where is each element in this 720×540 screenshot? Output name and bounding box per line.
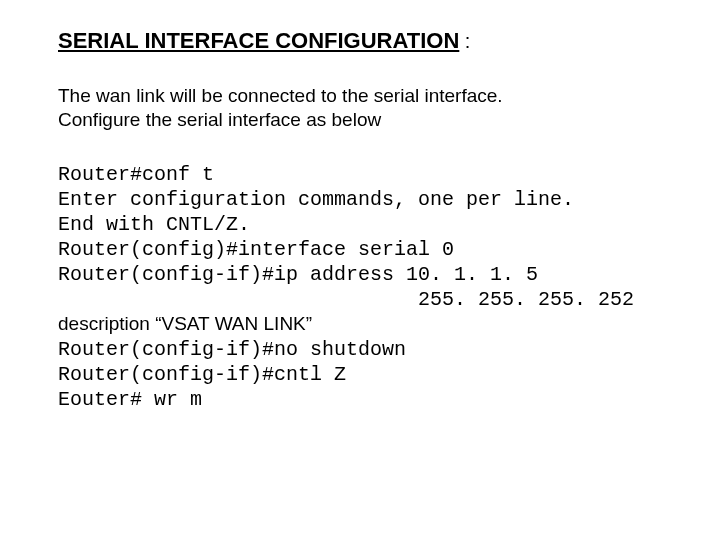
document-page: SERIAL INTERFACE CONFIGURATION : The wan…	[0, 0, 698, 412]
config-line: Router(config)#interface serial 0	[58, 237, 698, 262]
config-line: 255. 255. 255. 252	[58, 287, 698, 312]
config-line-description: description “VSAT WAN LINK”	[58, 312, 698, 337]
heading-text: SERIAL INTERFACE CONFIGURATION	[58, 28, 459, 53]
config-line: Router(config-if)#no shutdown	[58, 337, 698, 362]
intro-paragraph: The wan link will be connected to the se…	[58, 84, 698, 132]
intro-line-1: The wan link will be connected to the se…	[58, 85, 503, 106]
config-line: End with CNTL/Z.	[58, 212, 698, 237]
config-block: Router#conf t Enter configuration comman…	[58, 162, 698, 412]
config-line: Router(config-if)#ip address 10. 1. 1. 5	[58, 262, 698, 287]
config-line: Router#conf t	[58, 162, 698, 187]
config-line: Eouter# wr m	[58, 387, 698, 412]
intro-line-2: Configure the serial interface as below	[58, 109, 381, 130]
heading-colon: :	[459, 30, 470, 52]
config-line: Enter configuration commands, one per li…	[58, 187, 698, 212]
section-heading: SERIAL INTERFACE CONFIGURATION :	[58, 28, 698, 54]
config-line: Router(config-if)#cntl Z	[58, 362, 698, 387]
